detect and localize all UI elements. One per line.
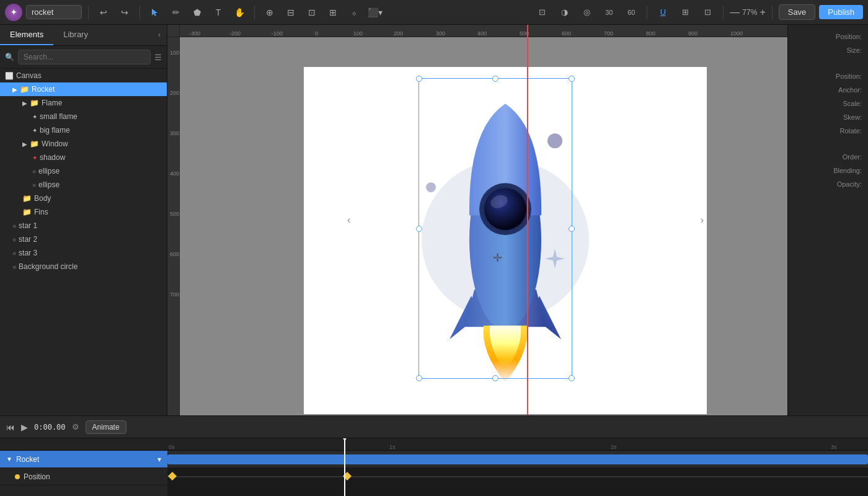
tree-item-fins[interactable]: 📁 Fins	[0, 205, 167, 219]
tree-item-label: star 3	[19, 249, 37, 257]
tl-rocket-label: Rocket	[16, 455, 39, 464]
tl-play-button[interactable]: ▶	[21, 422, 28, 432]
tree-item-canvas[interactable]: ⬜ Canvas	[0, 69, 167, 82]
tree-item-label: Fins	[34, 208, 48, 216]
save-button[interactable]: Save	[779, 4, 816, 20]
canvas-area[interactable]: -300 -200 -100 0 100 200 300 400 500 600…	[167, 25, 787, 415]
ruler-mark-400: 400	[477, 30, 487, 37]
eye-button[interactable]: ◎	[577, 4, 596, 21]
toolbar-right: ⊡ ◑ ◎ 30 60 U ⊞ ⊡ — 77% + Save Publish	[533, 4, 863, 21]
svg-text:✛: ✛	[493, 252, 502, 264]
ruler-mark-900: 900	[688, 30, 698, 37]
canvas-expand-left[interactable]: ‹	[347, 215, 350, 226]
underline-button[interactable]: U	[653, 4, 672, 21]
tree-item-star2[interactable]: ○ star 2	[0, 232, 167, 246]
list-view-button[interactable]: ☰	[154, 53, 162, 62]
toolbar-separator-4	[647, 6, 647, 19]
canvas-icon: ⬜	[5, 72, 14, 80]
tree-item-shadow[interactable]: ✦ shadow	[0, 151, 167, 164]
select-tool-button[interactable]	[146, 4, 164, 21]
circle-icon: ○	[32, 182, 36, 188]
tree-item-star1[interactable]: ○ star 1	[0, 219, 167, 232]
pen-tool-button[interactable]: ✏	[167, 4, 185, 21]
circle-icon: ○	[32, 168, 36, 175]
tl-keyframe-left[interactable]	[168, 472, 177, 480]
boolean-tool-button[interactable]: ⬦	[345, 4, 363, 21]
project-name-input[interactable]	[26, 5, 82, 19]
chevron-right-icon: ▶	[22, 100, 27, 107]
right-panel: Position: Size: Position: Anchor: Scale:…	[787, 25, 868, 415]
tree-item-flame[interactable]: ▶ 📁 Flame	[0, 96, 167, 110]
tab-elements[interactable]: Elements	[0, 25, 53, 45]
ruler-mark-neg300: -300	[189, 30, 200, 37]
folder-icon: 📁	[22, 194, 32, 203]
star-icon: ✦	[32, 127, 37, 134]
tree-item-ellipse1[interactable]: ○ ellipse	[0, 164, 167, 178]
crop-tool-button[interactable]: ⊡	[303, 4, 321, 21]
more-tool-button[interactable]: ⬛▾	[366, 4, 384, 21]
canvas-white[interactable]: ✛	[304, 67, 707, 414]
ruler-mark-100: 100	[353, 30, 363, 37]
tl-rocket-track-bar	[167, 454, 868, 464]
tree-item-bg-circle[interactable]: ○ Background circle	[0, 260, 167, 273]
circle-icon: ○	[12, 250, 16, 257]
app-logo[interactable]: ✦	[5, 4, 22, 21]
tree-item-window[interactable]: ▶ 📁 Window	[0, 137, 167, 151]
timer-60-button[interactable]: 60	[622, 4, 640, 21]
tl-label-position[interactable]: Position	[0, 468, 167, 485]
element-tree: ⬜ Canvas ▶ 📁 Rocket ▶ 📁 Flame ✦ small fl…	[0, 69, 167, 273]
tree-item-small-flame[interactable]: ✦ small flame	[0, 110, 167, 123]
responsive-button[interactable]: ⊡	[698, 4, 717, 21]
export-tool-button[interactable]: ⊞	[324, 4, 342, 21]
canvas-expand-right[interactable]: ›	[701, 215, 704, 226]
tree-item-label: Body	[34, 194, 51, 203]
undo-button[interactable]: ↩	[95, 4, 112, 21]
animate-button[interactable]: Animate	[86, 420, 126, 434]
panel-collapse-button[interactable]: ‹	[152, 25, 167, 45]
transform-tool-button[interactable]: ⊕	[261, 4, 278, 21]
zoom-in-button[interactable]: +	[760, 7, 765, 18]
tree-item-ellipse2[interactable]: ○ ellipse	[0, 178, 167, 192]
ruler-mark-neg200: -200	[229, 30, 241, 37]
ruler-mark-600: 600	[562, 30, 571, 37]
search-bar: 🔍 ☰	[0, 46, 167, 69]
tree-item-body[interactable]: 📁 Body	[0, 192, 167, 205]
zoom-out-button[interactable]: —	[730, 7, 740, 18]
tree-item-star3[interactable]: ○ star 3	[0, 246, 167, 260]
prop-skew-label: Skew:	[843, 113, 862, 121]
folder-icon: 📁	[30, 99, 39, 107]
tree-item-label: shadow	[40, 153, 65, 162]
ruler-corner	[167, 25, 180, 37]
grid-view-button[interactable]: ⊞	[676, 4, 694, 21]
hand-tool-button[interactable]: ✋	[231, 4, 248, 21]
tl-expand-icon[interactable]: ▼	[6, 456, 12, 463]
svg-point-2	[547, 133, 562, 148]
prop-scale-label: Scale:	[843, 100, 862, 107]
dark-mode-button[interactable]: ◑	[555, 4, 574, 21]
rocket-illustration: ✛	[412, 66, 598, 401]
timer-30-button[interactable]: 30	[600, 4, 618, 21]
text-tool-button[interactable]: T	[210, 4, 227, 21]
search-input[interactable]	[18, 50, 151, 64]
tree-item-big-flame[interactable]: ✦ big flame	[0, 123, 167, 137]
tl-skip-start-button[interactable]: ⏮	[6, 422, 15, 432]
folder-icon: 📁	[30, 140, 39, 148]
publish-button[interactable]: Publish	[819, 5, 863, 19]
svg-point-3	[426, 182, 436, 192]
star-icon: ✦	[32, 154, 37, 161]
preview-button[interactable]: ⊡	[533, 4, 551, 21]
tree-item-rocket[interactable]: ▶ 📁 Rocket	[0, 82, 167, 96]
shape-tool-button[interactable]: ⬟	[188, 4, 206, 21]
tl-label-rocket[interactable]: ▼ Rocket ▾	[0, 451, 167, 468]
ruler-top: -300 -200 -100 0 100 200 300 400 500 600…	[180, 25, 787, 37]
chevron-right-icon: ▶	[22, 141, 27, 148]
tl-rocket-dropdown[interactable]: ▾	[157, 455, 161, 464]
timeline-tracks[interactable]: 0s 1s 2s 3s	[167, 438, 868, 496]
tree-item-label: Rocket	[32, 85, 55, 94]
tl-settings-icon[interactable]: ⚙	[72, 422, 79, 432]
align-tool-button[interactable]: ⊟	[282, 4, 299, 21]
tree-item-label: ellipse	[38, 180, 60, 189]
tab-library[interactable]: Library	[53, 25, 98, 45]
redo-button[interactable]: ↪	[116, 4, 133, 21]
tl-playhead[interactable]	[344, 438, 345, 496]
